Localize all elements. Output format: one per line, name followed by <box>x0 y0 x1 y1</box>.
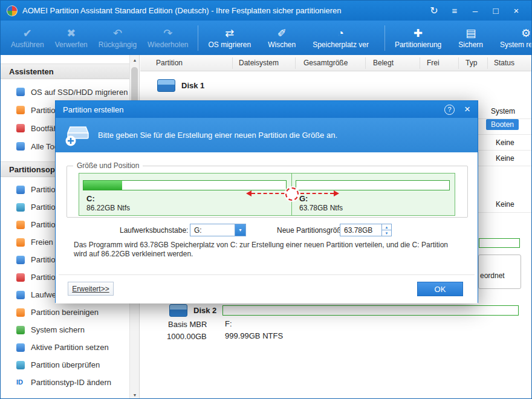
refresh-icon[interactable]: ↻ <box>425 3 443 19</box>
migrate-os-icon <box>16 88 25 96</box>
dialog-separator <box>59 274 475 275</box>
spinner-buttons: ▲ ▼ <box>381 224 391 236</box>
merge-partition-icon <box>16 203 25 212</box>
partition-c-block[interactable]: C: 86.22GB Ntfs <box>79 174 292 215</box>
disk1-partition-bar-fragment <box>479 238 520 248</box>
window-title: AOMEI Partition Assistant Standard Editi… <box>22 6 341 15</box>
partition-size-label: Neue Partitionsgröße: <box>277 226 348 235</box>
disk-table-header: Partition Dateisystem Gesamtgröße Belegt… <box>140 55 532 71</box>
maximize-button[interactable]: □ <box>487 3 505 19</box>
discard-label: Verwerfen <box>55 41 88 49</box>
partition-type-id-icon: ID <box>16 378 25 387</box>
dialog-body: Größe und Position C: 86.22GB Ntfs G: 63… <box>56 152 478 303</box>
wipe-icon: ✐ <box>277 27 287 40</box>
dialog-title-bar: Partition erstellen ? × <box>56 101 478 118</box>
row-separator <box>476 150 532 151</box>
allocate-space-label: Speicherplatz ver <box>313 41 369 49</box>
scroll-down-icon[interactable]: ▼ <box>130 390 140 399</box>
row-separator <box>476 212 532 213</box>
partition-size-value: 63.78GB <box>344 226 372 235</box>
partition-size-input[interactable]: 63.78GB ▲ ▼ <box>340 224 392 236</box>
resize-handle[interactable] <box>285 187 299 201</box>
disk1-row[interactable]: Disk 1 <box>157 79 204 92</box>
bootable-media-icon <box>16 124 25 132</box>
chevron-down-icon[interactable]: ▼ <box>235 224 245 236</box>
column-used[interactable]: Belegt <box>373 59 394 67</box>
resize-arrow-right-icon <box>334 190 339 196</box>
dialog-close-icon[interactable]: × <box>464 103 470 115</box>
redo-icon: ↷ <box>163 27 172 40</box>
execute-button[interactable]: ✔ Ausführen <box>5 25 50 51</box>
help-icon[interactable]: ? <box>444 105 455 115</box>
advanced-button[interactable]: Erweitert>> <box>68 282 114 296</box>
status-value: Keine <box>496 138 514 147</box>
migrate-os-button[interactable]: ⇄ OS migrieren <box>203 25 256 51</box>
row-separator <box>476 134 532 135</box>
sidebar-item-label: Partition überprüfen <box>31 360 100 369</box>
sidebar-item-change-partition-type-id[interactable]: ID Partitionstyp-ID ändern <box>1 374 139 391</box>
dialog-controls: ? × <box>444 103 470 115</box>
column-free[interactable]: Frei <box>427 59 440 67</box>
disk2-type: Basis MBR <box>168 320 207 329</box>
sidebar-item-check-partition[interactable]: Partition überprüfen <box>1 356 139 374</box>
unallocated-block-fragment[interactable]: eordnet <box>478 255 521 289</box>
undo-button[interactable]: ↶ Rückgängig <box>93 25 142 51</box>
scroll-up-icon[interactable]: ▲ <box>130 55 140 65</box>
window-controls: ↻ ≡ – □ × <box>425 3 525 19</box>
ok-button[interactable]: OK <box>417 282 463 296</box>
redo-button[interactable]: ↷ Wiederholen <box>142 25 193 51</box>
dialog-title: Partition erstellen <box>63 105 123 114</box>
groupbox-label: Größe und Position <box>73 161 143 170</box>
status-value: System <box>491 107 515 115</box>
allocate-space-button[interactable]: ◔ Speicherplatz ver <box>307 25 374 51</box>
sidebar-item-backup-system[interactable]: System sichern <box>1 321 139 339</box>
discard-button[interactable]: ✖ Verwerfen <box>50 25 93 51</box>
close-button[interactable]: × <box>507 3 525 19</box>
header-separator <box>487 57 488 69</box>
status-value: Keine <box>496 154 514 163</box>
column-partition[interactable]: Partition <box>156 59 183 67</box>
sidebar-item-wipe-partition[interactable]: Partition bereinigen <box>1 303 139 321</box>
copy-partition-icon <box>16 256 25 264</box>
column-total-size[interactable]: Gesamtgröße <box>303 59 348 67</box>
disk2-name: Disk 2 <box>193 306 216 315</box>
disk-icon <box>157 79 175 92</box>
backup-button[interactable]: ▤ Sichern <box>453 25 488 51</box>
menu-icon[interactable]: ≡ <box>446 3 464 19</box>
spin-up-icon[interactable]: ▲ <box>382 224 391 230</box>
partition-c-used-fill <box>83 181 122 190</box>
toolbar-separator <box>384 25 385 51</box>
drive-letter-label: Laufwerksbuchstabe: <box>120 226 188 235</box>
allocate-free-space-icon <box>16 238 25 247</box>
header-separator <box>295 57 296 69</box>
status-value: Keine <box>496 200 514 209</box>
wipe-button[interactable]: ✐ Wischen <box>262 25 301 51</box>
sidebar-item-set-active-partition[interactable]: Aktive Partition setzen <box>1 339 139 356</box>
disk2-size: 1000.00GB <box>167 332 207 341</box>
column-type[interactable]: Typ <box>465 59 477 67</box>
row-separator <box>476 118 532 119</box>
header-separator <box>365 57 366 69</box>
sidebar-item-migrate-os[interactable]: OS auf SSD/HDD migrieren <box>1 83 139 101</box>
wipe-label: Wischen <box>268 41 296 49</box>
spin-down-icon[interactable]: ▼ <box>382 230 391 236</box>
partition-g-block[interactable]: G: 63.78GB Ntfs <box>292 174 455 215</box>
row-separator <box>476 166 532 166</box>
system-clean-label: System reinigen <box>500 41 532 49</box>
system-clean-button[interactable]: ⚙ System reinigen <box>495 25 532 51</box>
clone-partition-icon <box>16 106 25 114</box>
minimize-button[interactable]: – <box>466 3 484 19</box>
column-status[interactable]: Status <box>494 59 514 67</box>
drive-letter-select[interactable]: G: ▼ <box>190 224 246 236</box>
undo-icon: ↶ <box>113 27 122 40</box>
column-filesystem[interactable]: Dateisystem <box>239 59 279 67</box>
partitioning-button[interactable]: ✚ Partitionierung <box>389 25 447 51</box>
disk2-partition-bar[interactable] <box>222 305 519 316</box>
disk-icon <box>169 304 187 317</box>
sidebar-item-label: Aktive Partition setzen <box>31 343 109 352</box>
create-partition-icon <box>16 186 25 194</box>
sidebar-item-label: Partition bereinigen <box>31 308 99 317</box>
disk2-row[interactable]: Disk 2 <box>169 304 216 317</box>
create-partition-dialog: Partition erstellen ? × Bitte geben Sie … <box>55 100 478 303</box>
backup-label: Sichern <box>458 41 483 49</box>
